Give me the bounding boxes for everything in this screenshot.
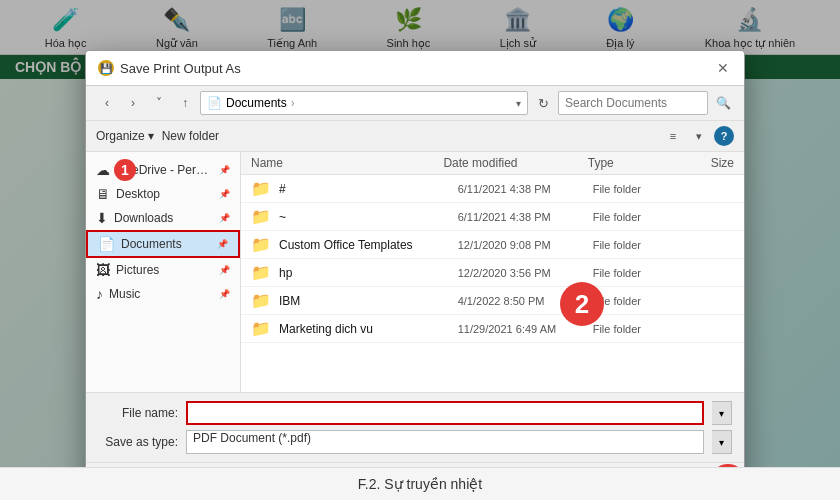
pin-icon: 📌	[219, 265, 230, 275]
file-date: 12/2/2020 3:56 PM	[458, 267, 589, 279]
folder-icon: 📁	[251, 235, 271, 254]
header-name: Name	[251, 156, 443, 170]
file-name: ~	[279, 210, 454, 224]
file-type: File folder	[593, 211, 680, 223]
address-documents: Documents	[226, 96, 287, 110]
address-dropdown-button[interactable]: ▾	[516, 98, 521, 109]
sidebar-item-label: Pictures	[116, 263, 213, 277]
onedrive-icon: ☁	[96, 162, 110, 178]
file-row[interactable]: 📁 Custom Office Templates 12/1/2020 9:08…	[241, 231, 744, 259]
refresh-button[interactable]: ↻	[532, 92, 554, 114]
help-button[interactable]: ?	[714, 126, 734, 146]
folder-icon: 📁	[251, 263, 271, 282]
search-button[interactable]: 🔍	[712, 92, 734, 114]
folder-icon: 📁	[251, 207, 271, 226]
file-row[interactable]: 📁 IBM 4/1/2022 8:50 PM File folder	[241, 287, 744, 315]
sidebar-item-downloads[interactable]: ⬇ Downloads 📌	[86, 206, 240, 230]
pin-icon: 📌	[217, 239, 228, 249]
file-type: File folder	[593, 239, 680, 251]
sidebar-item-documents[interactable]: 📄 Documents 📌	[86, 230, 240, 258]
save-dialog: 💾 Save Print Output As ✕ ‹ › ˅ ↑ 📄 Docum…	[85, 50, 745, 500]
header-date: Date modified	[443, 156, 587, 170]
saveas-label: Save as type:	[98, 435, 178, 449]
bottom-text: F.2. Sự truyền nhiệt	[0, 467, 840, 500]
downloads-icon: ⬇	[96, 210, 108, 226]
pin-icon: 📌	[219, 289, 230, 299]
address-separator: ›	[291, 96, 295, 110]
dialog-title: Save Print Output As	[120, 61, 241, 76]
view-controls: ≡ ▾ ?	[662, 125, 734, 147]
file-date: 11/29/2021 6:49 AM	[458, 323, 589, 335]
file-sidebar: ☁ OneDrive - Perso... 📌 1 🖥 Desktop 📌 ⬇ …	[86, 152, 241, 392]
file-name: Custom Office Templates	[279, 238, 454, 252]
address-bar[interactable]: 📄 Documents › ▾	[200, 91, 528, 115]
file-date: 6/11/2021 4:38 PM	[458, 183, 589, 195]
filename-dropdown[interactable]: ▾	[712, 401, 732, 425]
sidebar-item-label: Music	[109, 287, 213, 301]
dialog-overlay: 💾 Save Print Output As ✕ ‹ › ˅ ↑ 📄 Docum…	[0, 0, 840, 500]
close-button[interactable]: ✕	[714, 59, 732, 77]
file-name: Marketing dich vu	[279, 322, 454, 336]
dialog-main: ☁ OneDrive - Perso... 📌 1 🖥 Desktop 📌 ⬇ …	[86, 152, 744, 392]
file-type: File folder	[593, 323, 680, 335]
sidebar-item-label: Documents	[121, 237, 211, 251]
pictures-icon: 🖼	[96, 262, 110, 278]
forward-button[interactable]: ›	[122, 92, 144, 114]
file-row[interactable]: 📁 ~ 6/11/2021 4:38 PM File folder	[241, 203, 744, 231]
file-name: #	[279, 182, 454, 196]
file-type: File folder	[593, 183, 680, 195]
dialog-bottom: File name: ▾ Save as type: PDF Document …	[86, 392, 744, 462]
saveas-value: PDF Document (*.pdf)	[186, 430, 704, 454]
sidebar-item-label: Desktop	[116, 187, 213, 201]
file-date: 12/1/2020 9:08 PM	[458, 239, 589, 251]
file-date: 6/11/2021 4:38 PM	[458, 211, 589, 223]
pin-icon: 📌	[219, 165, 230, 175]
file-list-header: Name Date modified Type Size	[241, 152, 744, 175]
organize-button[interactable]: Organize ▾	[96, 129, 154, 143]
dialog-title-left: 💾 Save Print Output As	[98, 60, 241, 76]
saveas-row: Save as type: PDF Document (*.pdf) ▾	[98, 430, 732, 454]
back-button[interactable]: ‹	[96, 92, 118, 114]
address-folder-icon: 📄	[207, 96, 222, 110]
file-name: IBM	[279, 294, 454, 308]
view-dropdown-button[interactable]: ▾	[688, 125, 710, 147]
folder-icon: 📁	[251, 291, 271, 310]
documents-icon: 📄	[98, 236, 115, 252]
file-row[interactable]: 📁 hp 12/2/2020 3:56 PM File folder	[241, 259, 744, 287]
pin-icon: 📌	[219, 189, 230, 199]
header-size: Size	[684, 156, 734, 170]
sidebar-item-desktop[interactable]: 🖥 Desktop 📌	[86, 182, 240, 206]
annotation-1: 1	[114, 159, 136, 181]
dialog-icon: 💾	[98, 60, 114, 76]
file-type: File folder	[593, 295, 680, 307]
file-row[interactable]: 📁 Marketing dich vu 11/29/2021 6:49 AM F…	[241, 315, 744, 343]
music-icon: ♪	[96, 286, 103, 302]
dialog-titlebar: 💾 Save Print Output As ✕	[86, 51, 744, 86]
file-row[interactable]: 📁 # 6/11/2021 4:38 PM File folder	[241, 175, 744, 203]
pin-icon: 📌	[219, 213, 230, 223]
dialog-toolbar: ‹ › ˅ ↑ 📄 Documents › ▾ ↻ 🔍	[86, 86, 744, 121]
file-type: File folder	[593, 267, 680, 279]
dialog-actionbar: Organize ▾ New folder ≡ ▾ ?	[86, 121, 744, 152]
filename-input[interactable]	[186, 401, 704, 425]
actionbar-left: Organize ▾ New folder	[96, 129, 219, 143]
sidebar-item-onedrive[interactable]: ☁ OneDrive - Perso... 📌 1	[86, 158, 240, 182]
saveas-dropdown[interactable]: ▾	[712, 430, 732, 454]
up-button[interactable]: ↑	[174, 92, 196, 114]
folder-icon: 📁	[251, 319, 271, 338]
filename-label: File name:	[98, 406, 178, 420]
view-list-button[interactable]: ≡	[662, 125, 684, 147]
folder-icon: 📁	[251, 179, 271, 198]
sidebar-item-label: Downloads	[114, 211, 213, 225]
new-folder-button[interactable]: New folder	[162, 129, 219, 143]
recent-button[interactable]: ˅	[148, 92, 170, 114]
file-date: 4/1/2022 8:50 PM	[458, 295, 589, 307]
sidebar-item-music[interactable]: ♪ Music 📌	[86, 282, 240, 306]
file-name: hp	[279, 266, 454, 280]
search-input[interactable]	[558, 91, 708, 115]
header-type: Type	[588, 156, 684, 170]
sidebar-item-pictures[interactable]: 🖼 Pictures 📌	[86, 258, 240, 282]
desktop-icon: 🖥	[96, 186, 110, 202]
filename-row: File name: ▾	[98, 401, 732, 425]
file-list-area: Name Date modified Type Size 📁 # 6/11/20…	[241, 152, 744, 392]
